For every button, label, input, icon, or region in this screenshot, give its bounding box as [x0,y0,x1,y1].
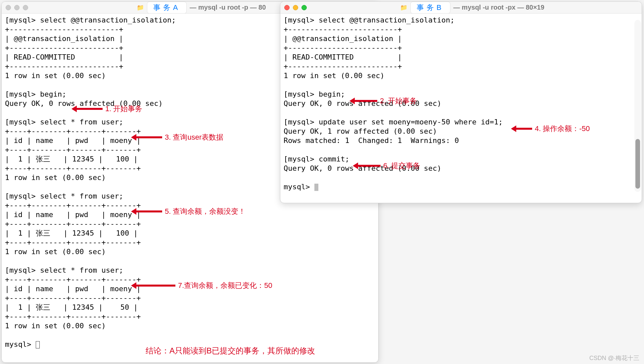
annotation-1-text: 1. 开始事务 [105,104,142,114]
annotation-5-text: 5. 查询余额，余额没变！ [165,206,246,216]
cursor-b [314,184,318,191]
annotation-6-text: 6. 提交事务 [383,161,420,171]
arrow-icon [132,136,162,138]
tab-label-a: 事务A [147,2,187,13]
annotation-4: 4. 操作余额：-50 [512,124,590,134]
scroll-thumb-b[interactable] [635,139,640,189]
arrow-icon [512,128,532,130]
tab-label-b: 事务B [411,2,450,13]
annotation-3-text: 3. 查询user表数据 [165,132,223,142]
annotation-2: 2. 开始事务 [351,96,417,106]
watermark: CSDN @·梅花十三 [589,354,639,362]
arrow-icon [73,108,103,110]
scrollbar-b[interactable] [634,20,641,192]
arrow-icon [132,285,175,287]
folder-icon: 📁 [400,4,407,11]
annotation-6: 6. 提交事务 [354,161,420,171]
annotation-5: 5. 查询余额，余额没变！ [132,206,246,216]
close-icon[interactable] [6,5,11,10]
terminal-body-b[interactable]: [mysql> select @@transaction_isolation; … [280,14,642,203]
close-icon[interactable] [284,5,290,10]
annotation-7-text: 7.查询余额，余额已变化：50 [178,281,272,291]
zoom-icon[interactable] [301,5,307,10]
title-center-b: 📁 事务B — mysql -u root -px — 80×19 [307,2,638,13]
arrow-icon [132,210,162,212]
titlebar-b: 📁 事务B — mysql -u root -px — 80×19 [280,2,642,14]
minimize-icon[interactable] [293,5,298,10]
minimize-icon[interactable] [14,5,20,10]
cursor-a [36,341,40,348]
annotation-4-text: 4. 操作余额：-50 [535,124,590,134]
conclusion-text: 结论：A只能读到B已提交的事务，其所做的修改 [146,345,315,356]
annotation-7: 7.查询余额，余额已变化：50 [132,281,272,291]
annotation-2-text: 2. 开始事务 [380,96,417,106]
annotation-3: 3. 查询user表数据 [132,132,223,142]
arrow-icon [354,165,381,167]
title-suffix-a: — mysql -u root -p — 80 [190,4,266,11]
traffic-lights-a [6,5,28,10]
terminal-text-a: [mysql> select @@transaction_isolation; … [5,16,176,348]
traffic-lights-b [284,5,307,10]
folder-icon: 📁 [137,4,144,11]
terminal-window-b: 📁 事务B — mysql -u root -px — 80×19 [mysql… [280,1,642,203]
arrow-icon [351,100,377,102]
annotation-1: 1. 开始事务 [73,104,142,114]
zoom-icon[interactable] [23,5,28,10]
title-suffix-b: — mysql -u root -px — 80×19 [453,4,544,11]
